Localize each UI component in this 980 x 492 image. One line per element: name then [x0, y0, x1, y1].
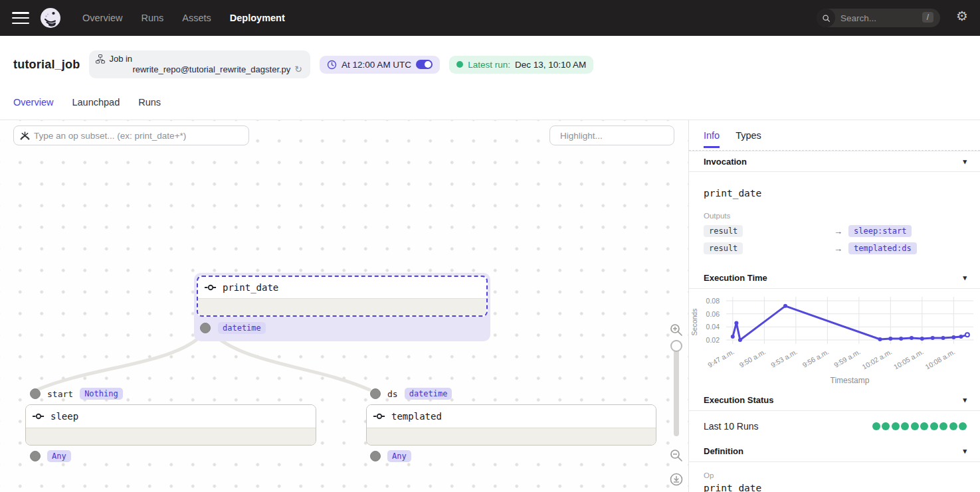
run-status-dot[interactable] [872, 422, 880, 430]
zoom-slider-knob[interactable] [670, 340, 682, 352]
sleep-output-row: Any [30, 450, 71, 462]
chevron-down-icon: ▾ [963, 447, 967, 455]
zoom-slider[interactable] [674, 340, 679, 436]
schedule-label: At 12:00 AM UTC [342, 60, 411, 70]
line-chart: 0.020.040.060.089:47 a.m.9:50 a.m.9:53 a… [689, 291, 979, 390]
section-execution-time[interactable]: Execution Time ▾ [689, 268, 980, 289]
chevron-down-icon: ▾ [963, 274, 967, 282]
sidebar-tabs: Info Types [689, 120, 980, 150]
nav-deployment[interactable]: Deployment [230, 13, 285, 23]
type-tag-any[interactable]: Any [47, 450, 71, 462]
tab-types[interactable]: Types [735, 130, 761, 141]
type-tag-any[interactable]: Any [387, 450, 411, 462]
dagster-logo-icon[interactable] [40, 7, 61, 29]
op-subset-filter[interactable] [13, 125, 249, 145]
svg-text:9:59 a.m.: 9:59 a.m. [833, 347, 862, 369]
section-invocation[interactable]: Invocation ▾ [689, 151, 980, 172]
print-date-output-row: datetime [200, 322, 266, 334]
menu-icon[interactable] [12, 12, 29, 24]
run-status-dot[interactable] [930, 422, 938, 430]
section-execution-status[interactable]: Execution Status ▾ [689, 390, 980, 411]
zoom-out-icon[interactable] [669, 448, 684, 463]
reload-icon[interactable]: ↻ [294, 64, 302, 74]
download-image-icon[interactable] [669, 472, 684, 487]
search-shortcut-key: / [922, 12, 933, 23]
invocation-op-name: print_date [704, 188, 965, 199]
run-status-dot[interactable] [882, 422, 890, 430]
op-node-sleep[interactable]: sleep [25, 404, 316, 446]
run-status-dot[interactable] [901, 422, 909, 430]
output-name-chip: result [704, 242, 743, 254]
tab-runs[interactable]: Runs [138, 93, 161, 120]
settings-gear-icon[interactable]: ⚙ [956, 9, 968, 23]
op-graph-canvas[interactable]: print_date datetime start Nothing sleep … [0, 120, 688, 492]
op-subset-input[interactable] [34, 131, 243, 141]
nav-assets[interactable]: Assets [182, 13, 211, 23]
arrow-right-icon: → [834, 226, 848, 236]
latest-run-label: Latest run: [468, 60, 510, 70]
tab-launchpad[interactable]: Launchpad [72, 93, 120, 120]
svg-text:0.08: 0.08 [706, 297, 720, 305]
op-node-label: templated [391, 411, 442, 422]
type-tag-datetime[interactable]: datetime [218, 322, 266, 334]
page-title: tutorial_job [13, 58, 80, 72]
svg-text:0.06: 0.06 [706, 310, 720, 318]
tab-info[interactable]: Info [704, 130, 720, 141]
nav-overview[interactable]: Overview [82, 13, 122, 23]
latest-run-badge[interactable]: Latest run: Dec 13, 10:10 AM [449, 56, 593, 74]
zoom-controls [665, 323, 688, 487]
run-status-dot[interactable] [949, 422, 957, 430]
tab-overview[interactable]: Overview [13, 93, 53, 120]
top-nav-links: Overview Runs Assets Deployment [82, 13, 285, 23]
run-status-dot[interactable] [939, 422, 947, 430]
print-date-selection: print_date datetime [194, 273, 490, 341]
last-runs-dots[interactable] [872, 422, 967, 430]
output-target-chip[interactable]: sleep:start [848, 225, 912, 237]
op-node-print-date[interactable]: print_date [197, 276, 488, 317]
svg-text:Timestamp: Timestamp [831, 376, 870, 385]
run-status-dot[interactable] [892, 422, 900, 430]
schedule-badge[interactable]: At 12:00 AM UTC [320, 56, 440, 74]
op-icon [33, 413, 45, 420]
svg-text:9:50 a.m.: 9:50 a.m. [737, 347, 767, 369]
svg-text:10:08 a.m.: 10:08 a.m. [924, 347, 956, 370]
latest-run-time: Dec 13, 10:10 AM [515, 60, 586, 70]
output-row: result → sleep:start [704, 225, 965, 237]
global-search[interactable]: / [817, 9, 940, 27]
svg-text:9:56 a.m.: 9:56 a.m. [801, 347, 830, 369]
job-in-label: Job in [109, 54, 132, 64]
type-tag-nothing[interactable]: Nothing [80, 388, 123, 400]
search-input[interactable] [840, 13, 907, 23]
sleep-input-row: start Nothing [30, 388, 123, 400]
input-port [30, 388, 41, 399]
graph-icon [96, 54, 105, 64]
output-port [30, 451, 41, 461]
op-node-label: sleep [50, 411, 78, 422]
zoom-in-icon[interactable] [669, 323, 684, 337]
svg-text:9:47 a.m.: 9:47 a.m. [706, 347, 735, 369]
input-name: ds [387, 389, 398, 399]
run-status-dot [456, 61, 463, 68]
job-location-badge[interactable]: Job in rewrite_repo@tutorial_rewrite_dag… [89, 50, 310, 78]
run-status-dot[interactable] [920, 422, 928, 430]
svg-text:10:05 a.m.: 10:05 a.m. [892, 347, 925, 370]
arrow-right-icon: → [834, 244, 848, 254]
op-node-templated[interactable]: templated [366, 404, 656, 446]
highlight-input[interactable] [560, 131, 678, 141]
output-name-chip: result [704, 225, 743, 237]
schedule-toggle[interactable] [416, 60, 433, 69]
job-path: rewrite_repo@tutorial_rewrite_dagster.py [132, 64, 290, 74]
run-status-dot[interactable] [959, 422, 967, 430]
clock-icon [327, 60, 337, 70]
highlight-filter[interactable] [549, 125, 674, 145]
op-selector-icon [20, 131, 30, 141]
run-status-dot[interactable] [911, 422, 919, 430]
nav-runs[interactable]: Runs [141, 13, 163, 23]
output-port [370, 451, 381, 461]
job-tabs: Overview Launchpad Runs [0, 93, 980, 120]
output-target-chip[interactable]: templated:ds [848, 242, 917, 254]
type-tag-datetime[interactable]: datetime [405, 388, 452, 400]
outputs-label: Outputs [704, 212, 965, 220]
input-port [370, 388, 381, 399]
section-definition[interactable]: Definition ▾ [689, 441, 980, 462]
